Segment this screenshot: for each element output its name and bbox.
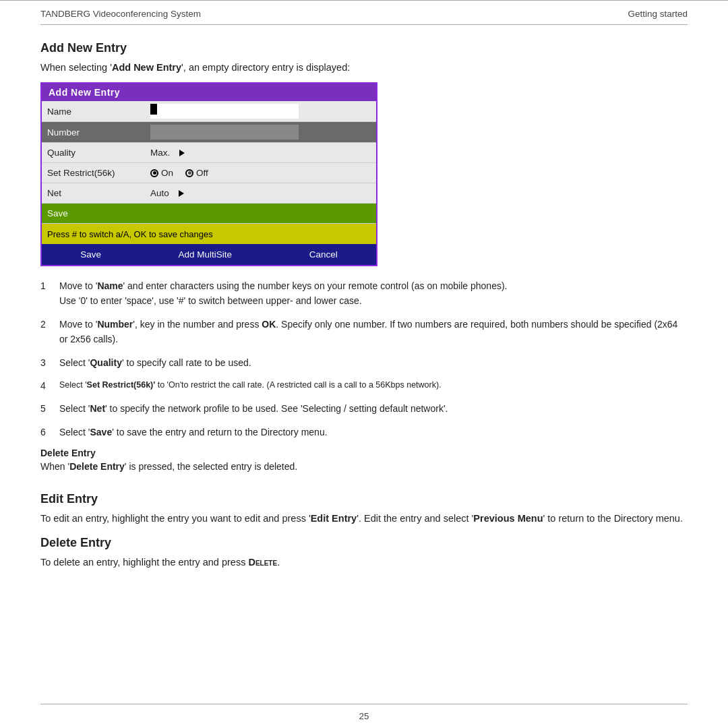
footer: 25 [0, 704, 728, 728]
page-number: 25 [359, 711, 369, 721]
delete-entry-text: When 'Delete Entry' is pressed, the sele… [40, 461, 688, 472]
header-left: TANDBERG Videoconferencing System [40, 9, 201, 19]
page: TANDBERG Videoconferencing System Gettin… [0, 0, 728, 728]
quality-value: Max. [150, 148, 170, 158]
step-2-num: 2 [40, 317, 59, 332]
step-5: 5 Select 'Net' to specify the network pr… [40, 401, 688, 416]
step-6-num: 6 [40, 425, 59, 439]
step-1-text: Move to 'Name' and enter characters usin… [59, 278, 508, 309]
label-quality: Quality [42, 145, 146, 160]
step-4-num: 4 [40, 378, 59, 393]
step-1-num: 1 [40, 278, 59, 293]
value-name [146, 101, 376, 121]
step-5-text: Select 'Net' to specify the network prof… [59, 401, 448, 416]
step-3-text: Select 'Quality' to specify call rate to… [59, 355, 251, 370]
widget-row-save: Save [42, 204, 376, 224]
edit-entry-text: To edit an entry, highlight the entry yo… [40, 513, 688, 524]
number-input-box[interactable] [150, 125, 299, 140]
step-6: 6 Select 'Save' to save the entry and re… [40, 425, 688, 439]
widget-row-quality: Quality Max. [42, 143, 376, 163]
widget-row-number: Number [42, 122, 376, 143]
edit-entry-title: Edit Entry [40, 492, 688, 506]
cursor [150, 104, 157, 115]
header-right: Getting started [628, 9, 688, 19]
widget-header: Add New Entry [42, 84, 376, 101]
save-button[interactable]: Save [67, 248, 115, 261]
value-save [146, 211, 376, 216]
steps-list: 1 Move to 'Name' and enter characters us… [40, 278, 688, 439]
edit-entry-section: Edit Entry To edit an entry, highlight t… [40, 492, 688, 524]
add-new-entry-section: Add New Entry When selecting 'Add New En… [40, 41, 688, 472]
value-number [146, 122, 376, 142]
hint-text: Press # to switch a/A, OK to save change… [47, 229, 213, 239]
step-2-text: Move to 'Number', key in the number and … [59, 317, 688, 347]
label-name: Name [42, 104, 146, 119]
name-input-box[interactable] [150, 104, 299, 119]
widget-row-restrict: Set Restrict(56k) On Off [42, 163, 376, 183]
radio-on-label: On [161, 168, 173, 178]
delete-entry-desc: To delete an entry, highlight the entry … [40, 557, 688, 568]
add-new-entry-intro: When selecting 'Add New Entry', an empty… [40, 62, 688, 73]
delete-key-label: Delete [248, 557, 277, 568]
value-quality[interactable]: Max. [146, 145, 376, 160]
header: TANDBERG Videoconferencing System Gettin… [0, 1, 728, 24]
step-3: 3 Select 'Quality' to specify call rate … [40, 355, 688, 370]
radio-off-circle [185, 169, 193, 177]
add-new-entry-widget: Add New Entry Name Number [40, 82, 377, 266]
label-restrict: Set Restrict(56k) [42, 165, 146, 181]
radio-on-circle [150, 169, 158, 177]
main-content: Add New Entry When selecting 'Add New En… [0, 25, 728, 704]
radio-off-dot [188, 171, 191, 175]
step-4-text: Select 'Set Restrict(56k)' to 'On'to res… [59, 378, 442, 392]
label-number: Number [42, 125, 146, 140]
widget-row-net: Net Auto [42, 183, 376, 204]
delete-entry-section: Delete Entry To delete an entry, highlig… [40, 536, 688, 568]
delete-entry-title: Delete Entry [40, 536, 688, 550]
radio-off-label: Off [196, 168, 208, 178]
step-1: 1 Move to 'Name' and enter characters us… [40, 278, 688, 309]
restrict-off[interactable]: Off [185, 168, 208, 178]
restrict-on[interactable]: On [150, 168, 173, 178]
step-6-text: Select 'Save' to save the entry and retu… [59, 425, 328, 439]
net-arrow-icon [179, 190, 184, 197]
delete-entry-subsection-title: Delete Entry [40, 448, 688, 458]
step-5-num: 5 [40, 401, 59, 416]
intro-bold: Add New Entry [112, 62, 181, 73]
add-multisite-button[interactable]: Add MultiSite [165, 248, 246, 261]
value-net[interactable]: Auto [146, 185, 376, 201]
widget-bottom-buttons: Save Add MultiSite Cancel [42, 244, 376, 265]
step-2: 2 Move to 'Number', key in the number an… [40, 317, 688, 347]
step-3-num: 3 [40, 355, 59, 370]
value-restrict: On Off [146, 165, 376, 181]
quality-arrow-icon [179, 150, 185, 156]
restrict-radio-group: On Off [150, 168, 208, 178]
label-save: Save [42, 206, 146, 221]
widget-hint-row: Press # to switch a/A, OK to save change… [42, 224, 376, 244]
label-net: Net [42, 185, 146, 201]
widget-row-name: Name [42, 101, 376, 122]
add-new-entry-title: Add New Entry [40, 41, 688, 55]
net-value: Auto [150, 188, 169, 198]
cancel-button[interactable]: Cancel [296, 248, 351, 261]
step-4: 4 Select 'Set Restrict(56k)' to 'On'to r… [40, 378, 688, 393]
